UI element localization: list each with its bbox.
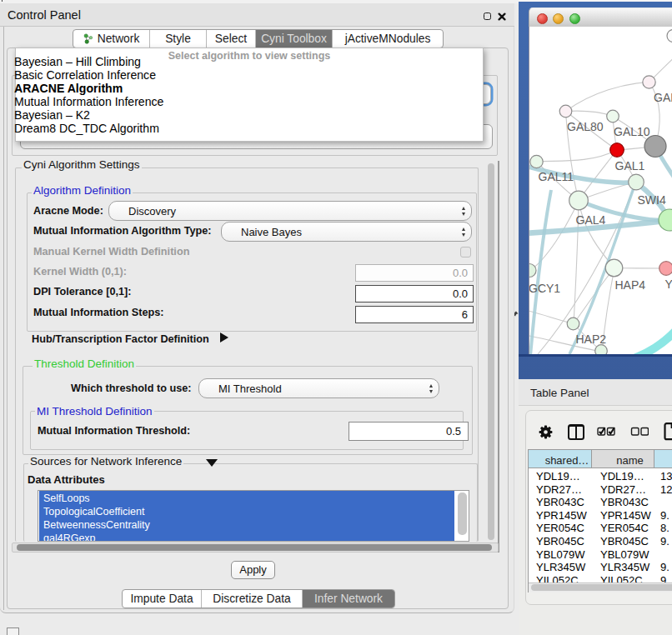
svg-text:SWI4: SWI4 xyxy=(638,193,666,207)
svg-text:GAL4: GAL4 xyxy=(576,213,606,227)
svg-text:HAP2: HAP2 xyxy=(576,332,607,346)
svg-text:HAP4: HAP4 xyxy=(615,278,646,292)
svg-text:GAL2: GAL2 xyxy=(654,91,672,104)
svg-text:GCY1: GCY1 xyxy=(529,282,560,295)
svg-text:GAL10: GAL10 xyxy=(614,125,650,138)
svg-text:GAL11: GAL11 xyxy=(539,170,574,183)
svg-text:GAL80: GAL80 xyxy=(567,120,604,133)
svg-text:YJ: YJ xyxy=(665,278,672,291)
svg-text:GAL1: GAL1 xyxy=(615,159,645,172)
